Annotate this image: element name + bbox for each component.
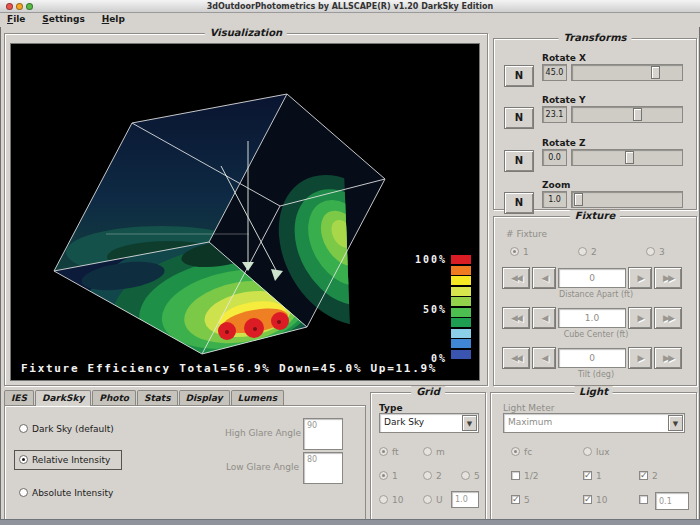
grid-size-5[interactable]: 5 <box>461 471 480 481</box>
checkbox-icon <box>583 495 592 504</box>
distance-step-back-icon[interactable]: ◀◀ <box>502 267 530 289</box>
menu-settings[interactable]: Settings <box>35 13 91 24</box>
menu-help[interactable]: Help <box>95 13 132 24</box>
rotate-y-slider[interactable] <box>571 106 683 123</box>
rotate-z-slider[interactable] <box>571 149 683 166</box>
radio-icon <box>19 455 28 464</box>
tab-darksky[interactable]: DarkSky <box>35 390 91 406</box>
tab-content: Dark Sky (default) Relative Intensity Ab… <box>4 405 366 520</box>
high-glare-angle-label: High Glare Angle <box>225 428 299 438</box>
radio-icon <box>583 447 592 456</box>
distance-step-fwd-icon[interactable]: ▶▶ <box>654 267 682 289</box>
cube-center-step-prev-icon[interactable]: ◀ <box>532 307 556 329</box>
title-bar: 3dOutdoorPhotometrics by ALLSCAPE(R) v1.… <box>0 0 700 13</box>
tab-lumens[interactable]: Lumens <box>231 390 284 405</box>
grid-size-1[interactable]: 1 <box>379 471 398 481</box>
absolute-intensity-radio[interactable]: Absolute Intensity <box>19 488 113 498</box>
radio-icon <box>423 495 432 504</box>
light-unit-lux[interactable]: lux <box>583 447 610 457</box>
rotate-y-animate-button[interactable]: N <box>504 107 534 129</box>
rotate-x-row: N Rotate X 45.0 <box>494 53 698 93</box>
legend-label-50: 50% <box>403 304 447 315</box>
tab-stats[interactable]: Stats <box>137 390 178 405</box>
light-level-half[interactable]: 1/2 <box>511 471 538 481</box>
zoom-value[interactable]: 1.0 <box>542 191 567 208</box>
tilt-step-next-icon[interactable]: ▶ <box>628 347 652 369</box>
light-meter-label: Light Meter <box>503 403 554 413</box>
legend-swatch <box>451 329 471 338</box>
rotate-z-animate-button[interactable]: N <box>504 150 534 172</box>
light-level-1[interactable]: 1 <box>583 471 602 481</box>
fixture-panel: Fixture # Fixture 1 2 3 ◀◀ ◀ 0 ▶ ▶▶ Dist… <box>493 216 697 386</box>
grid-size-2[interactable]: 2 <box>423 471 442 481</box>
grid-size-10[interactable]: 10 <box>379 495 403 505</box>
grid-unit-m[interactable]: m <box>423 447 445 457</box>
cube-center-step-fwd-icon[interactable]: ▶▶ <box>654 307 682 329</box>
light-custom-level-field[interactable]: 0.1 <box>655 492 689 510</box>
legend-swatch <box>451 266 471 275</box>
high-glare-angle-field[interactable]: 90 <box>303 418 343 450</box>
light-level-5[interactable]: 5 <box>511 495 530 505</box>
rotate-z-label: Rotate Z <box>542 138 586 148</box>
tab-photo[interactable]: Photo <box>92 390 136 405</box>
legend-swatch <box>451 318 471 327</box>
dark-sky-default-radio[interactable]: Dark Sky (default) <box>19 424 114 434</box>
distance-apart-label: Distance Apart (ft) <box>494 290 698 299</box>
tilt-step-back-icon[interactable]: ◀◀ <box>502 347 530 369</box>
visualization-canvas[interactable]: 100% 50% 0% Fixture Efficiency Total=56.… <box>10 43 480 381</box>
app-window: { "window": { "title": "3dOutdoorPhotome… <box>0 0 700 525</box>
chevron-down-icon[interactable]: ▼ <box>668 415 683 431</box>
cube-center-label: Cube Center (ft) <box>494 330 698 339</box>
relative-intensity-radio[interactable]: Relative Intensity <box>19 455 110 465</box>
light-level-10[interactable]: 10 <box>583 495 607 505</box>
tilt-step-prev-icon[interactable]: ◀ <box>532 347 556 369</box>
low-glare-angle-label: Low Glare Angle <box>225 462 299 472</box>
zoom-slider[interactable] <box>571 191 683 208</box>
checkbox-icon <box>583 471 592 480</box>
fixture-count-option-1[interactable]: 1 <box>510 247 529 257</box>
zoom-slider-thumb[interactable] <box>574 193 583 206</box>
distance-apart-value[interactable]: 0 <box>558 268 626 288</box>
tab-display[interactable]: Display <box>179 390 230 405</box>
rotate-x-slider[interactable] <box>571 64 683 81</box>
rotate-x-label: Rotate X <box>542 53 586 63</box>
low-glare-angle-field[interactable]: 80 <box>303 452 343 484</box>
radio-icon <box>19 488 28 497</box>
grid-unit-ft[interactable]: ft <box>379 447 399 457</box>
checkbox-icon <box>511 471 520 480</box>
rotate-z-slider-thumb[interactable] <box>625 151 634 164</box>
radio-icon <box>578 247 587 256</box>
tab-ies[interactable]: IES <box>4 390 34 405</box>
rotate-y-value[interactable]: 23.1 <box>542 106 567 123</box>
transforms-title: Transforms <box>559 32 632 43</box>
fixture-count-option-2[interactable]: 2 <box>578 247 597 257</box>
rotate-x-slider-thumb[interactable] <box>651 66 660 79</box>
tilt-value[interactable]: 0 <box>558 348 626 368</box>
light-level-custom-checkbox[interactable] <box>639 495 652 505</box>
rotate-y-slider-thumb[interactable] <box>633 108 642 121</box>
cube-center-step-next-icon[interactable]: ▶ <box>628 307 652 329</box>
intensity-legend <box>451 255 471 360</box>
rotate-x-value[interactable]: 45.0 <box>542 64 567 81</box>
grid-panel: Grid Type Dark Sky ▼ ft m 1 2 5 10 U 1.0 <box>370 392 486 520</box>
distance-step-prev-icon[interactable]: ◀ <box>532 267 556 289</box>
zoom-animate-button[interactable]: N <box>504 192 534 214</box>
distance-step-next-icon[interactable]: ▶ <box>628 267 652 289</box>
light-meter-dropdown[interactable]: Maximum ▼ <box>503 413 685 433</box>
grid-type-dropdown[interactable]: Dark Sky ▼ <box>379 413 479 433</box>
chevron-down-icon[interactable]: ▼ <box>462 415 477 431</box>
fixture-count-option-3[interactable]: 3 <box>646 247 665 257</box>
tilt-step-fwd-icon[interactable]: ▶▶ <box>654 347 682 369</box>
menu-file[interactable]: File <box>0 13 32 24</box>
rotate-x-animate-button[interactable]: N <box>504 65 534 87</box>
light-level-2[interactable]: 2 <box>639 471 658 481</box>
checkbox-icon <box>511 495 520 504</box>
legend-swatch <box>451 308 471 317</box>
rotate-z-value[interactable]: 0.0 <box>542 149 567 166</box>
cube-center-step-back-icon[interactable]: ◀◀ <box>502 307 530 329</box>
cube-center-value[interactable]: 1.0 <box>558 308 626 328</box>
grid-custom-size-field[interactable]: 1.0 <box>451 491 479 508</box>
light-unit-fc[interactable]: fc <box>511 447 532 457</box>
grid-size-user[interactable]: U <box>423 495 443 505</box>
checkbox-icon <box>639 495 648 504</box>
